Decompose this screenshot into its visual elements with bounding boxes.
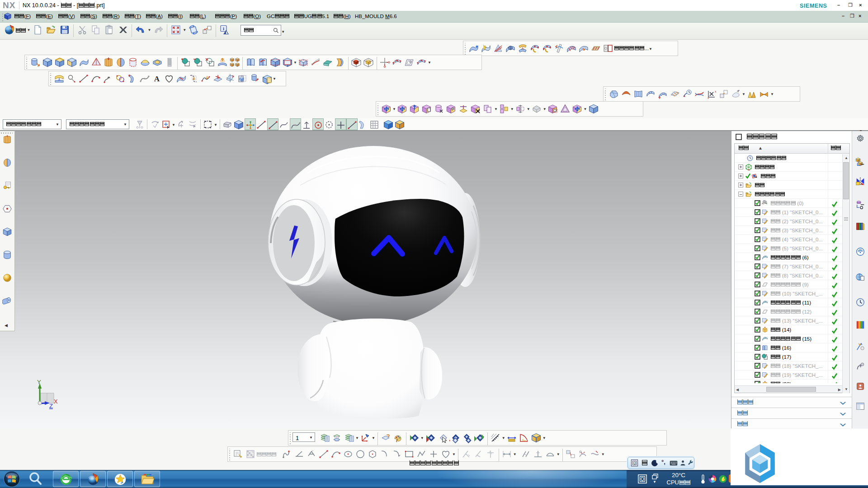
svg-text:x: x	[715, 90, 717, 93]
svg-text:Q: Q	[633, 461, 636, 465]
svg-text:Q: Q	[641, 477, 644, 482]
svg-text:x: x	[708, 96, 709, 99]
svg-text:A: A	[154, 75, 160, 83]
svg-text:X: X	[54, 398, 58, 405]
svg-text:i: i	[223, 26, 224, 31]
svg-text:Y: Y	[37, 379, 41, 385]
svg-text:Z: Z	[49, 403, 53, 409]
